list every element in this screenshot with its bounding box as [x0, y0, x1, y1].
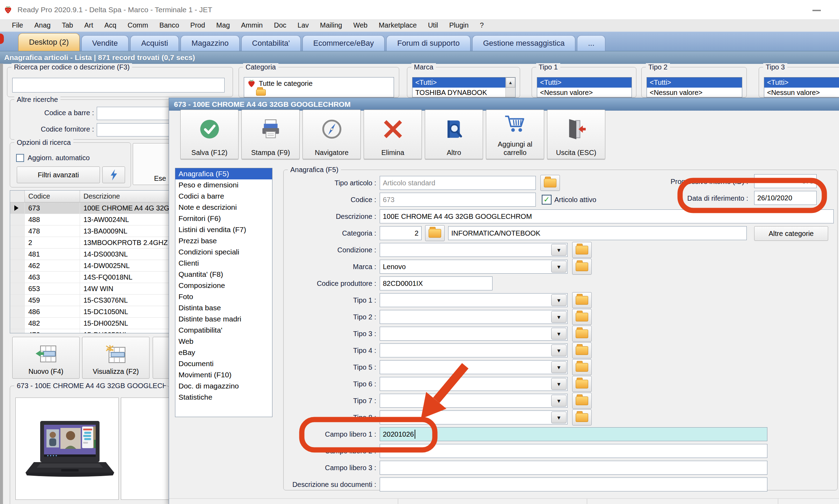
dropdown-arrow-icon[interactable]: ▼ — [551, 328, 567, 340]
tipo1-option[interactable]: <Tutti> — [537, 77, 632, 88]
table-row[interactable]: 488 13-AW0024NL — [10, 214, 169, 225]
supplier-code-input[interactable] — [97, 123, 177, 136]
row-selector-cell[interactable] — [10, 283, 25, 294]
section-list-item[interactable]: Movimenti (F10) — [175, 369, 272, 380]
descrizione-documenti-input[interactable] — [380, 477, 767, 491]
tipo-folder-button[interactable] — [572, 309, 592, 325]
categoria-path-field[interactable]: INFORMATICA/NOTEBOOK — [448, 226, 747, 240]
uscita-button[interactable]: Uscita (ESC) — [547, 110, 605, 159]
section-list-item[interactable]: Clienti — [175, 258, 272, 269]
menu-item[interactable]: ? — [474, 19, 489, 31]
altro-button[interactable]: Altro — [425, 110, 483, 159]
column-header-codice[interactable]: Codice — [25, 191, 80, 202]
row-selector-cell[interactable] — [10, 202, 25, 214]
dropdown-arrow-icon[interactable]: ▼ — [551, 378, 567, 390]
workspace-tab[interactable]: ... — [577, 35, 605, 51]
tipo-folder-button[interactable] — [572, 326, 592, 342]
workspace-tab[interactable]: Magazzino — [181, 35, 239, 51]
menu-item[interactable]: Web — [348, 19, 373, 31]
tipo-folder-button[interactable] — [572, 376, 592, 392]
tipo-select[interactable]: ▼ — [380, 410, 568, 424]
section-list-item[interactable]: Distinta base — [175, 302, 272, 313]
menu-item[interactable]: Comm — [122, 19, 154, 31]
row-selector-cell[interactable] — [10, 318, 25, 329]
menu-item[interactable]: Mag — [211, 19, 235, 31]
row-selector-cell[interactable] — [10, 272, 25, 283]
cell-codice[interactable]: 459 — [25, 295, 80, 306]
row-selector-cell[interactable] — [10, 306, 25, 317]
section-list-item[interactable]: Statistiche — [175, 392, 272, 403]
nuovo-button[interactable]: Nuovo (F4) — [12, 337, 80, 379]
menu-item[interactable]: Acq — [99, 19, 122, 31]
marca-option[interactable]: <Tutti> — [413, 77, 515, 88]
table-row[interactable]: 463 14S-FQ0018NL — [10, 272, 169, 283]
cell-codice[interactable]: 653 — [25, 283, 80, 294]
column-header-descrizione[interactable]: Descrizione — [80, 191, 169, 202]
tipo-select[interactable]: ▼ — [380, 360, 568, 374]
cell-descrizione[interactable]: 14-DS0003NL — [80, 249, 169, 260]
cell-codice[interactable]: 486 — [25, 306, 80, 317]
section-list-item[interactable]: Doc. di magazzino — [175, 380, 272, 392]
menu-item[interactable]: Prod — [185, 19, 211, 31]
workspace-tab[interactable]: Contabilita' — [241, 35, 301, 51]
articolo-attivo-checkbox[interactable]: ✓ — [542, 195, 552, 205]
dropdown-arrow-icon[interactable]: ▼ — [551, 412, 567, 423]
row-selector-cell[interactable] — [10, 329, 25, 333]
workspace-tab[interactable]: Desktop (2) — [18, 33, 80, 51]
cell-descrizione[interactable]: 13-AW0024NL — [80, 214, 169, 225]
dropdown-arrow-icon[interactable]: ▼ — [551, 361, 567, 373]
data-riferimento-input[interactable]: 26/10/2020 — [754, 191, 817, 205]
esegui-ricerca-button-partial[interactable]: Ese — [133, 143, 175, 185]
visualizza-button[interactable]: Visualizza (F2) — [82, 337, 149, 379]
table-row[interactable]: 459 15-CS3076NL — [10, 295, 169, 306]
descrizione-input[interactable]: 100E CHROME A4 4G 32GB GOOGLECHROM — [380, 209, 834, 223]
salva-button[interactable]: Salva (F12) — [180, 110, 239, 159]
campo-libero-2-input[interactable] — [380, 444, 767, 458]
dropdown-arrow-icon[interactable]: ▼ — [551, 261, 567, 273]
section-list-item[interactable]: Composizione — [175, 280, 272, 291]
section-list-item[interactable]: Condizioni speciali — [175, 246, 272, 258]
tipo3-option[interactable]: <Tutti> — [764, 77, 839, 88]
section-list-item[interactable]: Note e descrizioni — [175, 202, 272, 213]
cell-descrizione[interactable]: 15-DH0025NL — [80, 318, 169, 329]
categoria-listbox[interactable]: Tutte le categorie — [244, 77, 394, 97]
tipo-select[interactable]: ▼ — [380, 293, 568, 307]
table-row[interactable]: 476 15-DH0058NL — [10, 329, 169, 333]
menu-item[interactable]: Ammin — [235, 19, 268, 31]
table-row[interactable]: 653 14W WIN — [10, 283, 169, 295]
tipo1-option[interactable]: <Nessun valore> — [537, 88, 632, 97]
cell-descrizione[interactable]: 14-DW0025NL — [80, 260, 169, 271]
section-list-item[interactable]: Compatibilita' — [175, 325, 272, 336]
menu-item[interactable]: Banco — [154, 19, 185, 31]
section-list-item[interactable]: Anagrafica (F5) — [175, 168, 272, 179]
cell-codice[interactable]: 481 — [25, 249, 80, 260]
marca-option[interactable]: TOSHIBA DYNABOOK — [413, 88, 515, 97]
tipo-select[interactable]: ▼ — [380, 343, 568, 357]
table-row[interactable]: 462 14-DW0025NL — [10, 260, 169, 272]
campo-libero-3-input[interactable] — [380, 461, 767, 475]
tipo-folder-button[interactable] — [572, 409, 592, 425]
cell-codice[interactable]: 476 — [25, 329, 80, 333]
section-list-item[interactable]: Distinte base madri — [175, 313, 272, 325]
filtri-avanzati-button[interactable]: Filtri avanzati — [17, 166, 100, 183]
workspace-tab[interactable]: Acquisti — [130, 35, 179, 51]
workspace-tab[interactable]: Ecommerce/eBay — [302, 35, 385, 51]
scroll-up-icon[interactable]: ▲ — [506, 77, 515, 88]
tipo2-listbox[interactable]: <Tutti><Nessun valore> — [647, 77, 742, 97]
tipo-select[interactable]: ▼ — [380, 310, 568, 324]
dialog-titlebar[interactable]: 673 - 100E CHROME A4 4G 32GB GOOGLECHROM — [169, 98, 839, 111]
section-list-item[interactable]: eBay — [175, 347, 272, 358]
row-selector-cell[interactable] — [10, 225, 25, 237]
codice-produttore-input[interactable]: 82CD0001IX — [380, 276, 493, 290]
minimize-button[interactable] — [812, 10, 821, 11]
cell-descrizione[interactable]: 15-DC1050NL — [80, 306, 169, 317]
tipo-articolo-folder-button[interactable] — [540, 175, 560, 191]
codice-input[interactable]: 673 — [380, 193, 536, 207]
categoria-folder-button[interactable] — [425, 225, 445, 241]
row-selector-cell[interactable] — [10, 237, 25, 248]
aggiungi-carrello-button[interactable]: Aggiungi al carrello — [486, 110, 544, 159]
table-row[interactable]: 2 13MBOOKPROTB 2.4GHZ — [10, 237, 169, 249]
tipo-folder-button[interactable] — [572, 359, 592, 375]
tipo-select[interactable]: ▼ — [380, 394, 568, 408]
section-list-item[interactable]: Web — [175, 336, 272, 347]
